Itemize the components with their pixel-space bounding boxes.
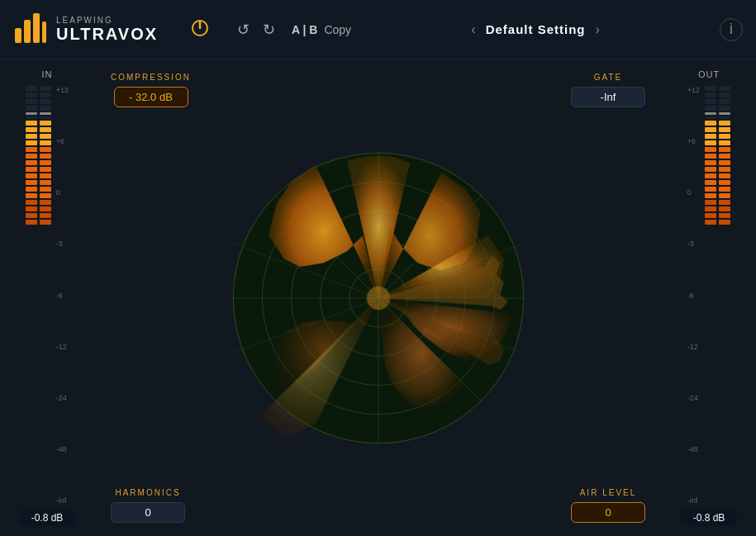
svg-rect-2 — [33, 13, 40, 43]
leapwing-logo-icon — [13, 13, 48, 46]
scale-0: 0 — [56, 188, 69, 197]
ab-label: A | B — [292, 23, 317, 36]
scale-plus12: +12 — [56, 86, 69, 94]
harmonics-label: HARMONICS — [115, 488, 180, 497]
compression-value[interactable]: - 32.0 dB — [114, 87, 188, 107]
ab-section: A | B Copy — [292, 23, 351, 36]
in-meter-display: +12 +6 0 -3 -6 -12 -24 -48 -inf — [26, 86, 69, 505]
in-bar-left — [26, 86, 37, 225]
out-meter-display: +12 +6 0 -3 -6 -12 -24 -48 -inf — [687, 86, 730, 505]
scale-minus6: -6 — [56, 292, 69, 300]
out-bar-left — [705, 86, 716, 225]
scale-minus3: -3 — [56, 240, 69, 248]
copy-button[interactable]: Copy — [324, 23, 351, 36]
redo-button[interactable]: ↻ — [259, 17, 278, 42]
compression-group: COMPRESSION - 32.0 dB — [111, 73, 191, 107]
out-scale-minus6: -6 — [687, 292, 700, 300]
scale-minus12: -12 — [56, 343, 69, 351]
svg-rect-1 — [24, 20, 31, 43]
out-scale-plus12: +12 — [687, 86, 700, 94]
bottom-controls-row: HARMONICS 0 AIR LEVEL 0 — [94, 485, 662, 526]
preset-nav: ‹ Default Setting › — [364, 22, 706, 37]
power-icon — [191, 19, 209, 37]
compression-label: COMPRESSION — [111, 73, 191, 82]
scale-plus6: +6 — [56, 137, 69, 145]
in-meter-label: IN — [42, 69, 53, 79]
out-meter-section: OUT +12 +6 0 -3 -6 -12 -24 -48 -inf — [672, 69, 746, 526]
out-meter-label: OUT — [698, 69, 720, 79]
info-icon: i — [730, 21, 733, 38]
out-scale-minus48: -48 — [687, 445, 700, 453]
air-level-value[interactable]: 0 — [571, 502, 645, 523]
out-scale-minus3: -3 — [687, 240, 700, 248]
out-scale-plus6: +6 — [687, 137, 700, 145]
svg-rect-0 — [15, 28, 21, 43]
scale-minus48: -48 — [56, 445, 69, 453]
main-content: IN — [0, 59, 756, 536]
undo-button[interactable]: ↺ — [234, 17, 253, 42]
logo-leapwing-label: LEAPWING — [56, 16, 158, 25]
logo-area: LEAPWING ULTRAVOX — [13, 13, 158, 46]
out-bar-right — [719, 86, 730, 225]
in-bar-right — [40, 86, 51, 225]
out-meter-bars — [705, 86, 730, 225]
svg-rect-3 — [42, 21, 46, 43]
header: LEAPWING ULTRAVOX ↺ ↻ A | B Copy ‹ Defau… — [0, 0, 756, 59]
center-section: COMPRESSION - 32.0 dB GATE -Inf — [94, 69, 662, 526]
preset-name-label: Default Setting — [486, 22, 586, 36]
info-button[interactable]: i — [720, 18, 743, 41]
scale-minus24: -24 — [56, 394, 69, 402]
logo-ultravox-label: ULTRAVOX — [56, 25, 158, 44]
gate-label: GATE — [594, 73, 622, 82]
power-button[interactable] — [191, 19, 209, 40]
air-level-group: AIR LEVEL 0 — [571, 488, 645, 523]
out-scale-minus12: -12 — [687, 343, 700, 351]
harmonics-value[interactable]: 0 — [111, 502, 185, 523]
in-meter-db-label: -0.8 dB — [19, 510, 75, 526]
radar-container — [94, 117, 662, 478]
logo-text: LEAPWING ULTRAVOX — [56, 16, 158, 44]
scale-minf: -inf — [56, 496, 69, 505]
preset-prev-button[interactable]: ‹ — [471, 22, 475, 37]
radar-display — [221, 141, 535, 455]
out-scale-minf: -inf — [687, 496, 700, 505]
out-meter-scale: +12 +6 0 -3 -6 -12 -24 -48 -inf — [687, 86, 700, 505]
gate-value[interactable]: -Inf — [571, 87, 645, 107]
gate-group: GATE -Inf — [571, 73, 645, 107]
preset-next-button[interactable]: › — [595, 22, 599, 37]
in-meter-scale: +12 +6 0 -3 -6 -12 -24 -48 -inf — [56, 86, 69, 505]
header-controls: ↺ ↻ A | B Copy ‹ Default Setting › i — [234, 17, 743, 42]
logo-icon — [13, 13, 48, 46]
out-scale-0: 0 — [687, 188, 700, 197]
air-level-label: AIR LEVEL — [580, 488, 637, 497]
top-controls-row: COMPRESSION - 32.0 dB GATE -Inf — [94, 69, 662, 111]
harmonics-group: HARMONICS 0 — [111, 488, 185, 523]
undo-redo-group: ↺ ↻ — [234, 17, 278, 42]
out-meter-db-label: -0.8 dB — [681, 510, 737, 526]
in-meter-section: IN — [10, 69, 84, 526]
out-scale-minus24: -24 — [687, 394, 700, 402]
in-meter-bars — [26, 86, 51, 225]
